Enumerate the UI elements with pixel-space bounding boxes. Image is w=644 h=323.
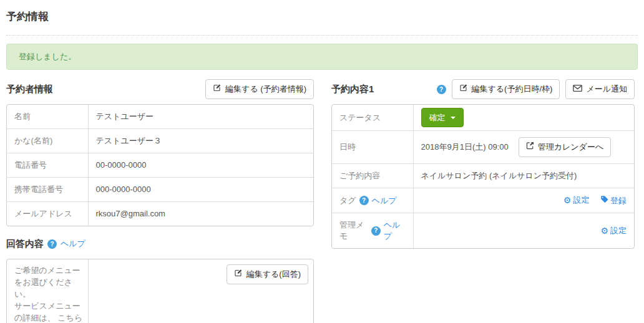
row-value: テストユーザー [88, 105, 313, 129]
chevron-down-icon [451, 117, 456, 119]
memo-settings-link[interactable]: ⚙設定 [600, 225, 627, 236]
edit-booking-button-label: 編集する(予約日時/枠) [472, 84, 553, 95]
status-label: ステータス [332, 105, 413, 131]
reserver-head-actions: 編集する (予約者情報) [205, 79, 314, 99]
table-row: 電話番号 00-0000-0000 [7, 153, 313, 178]
edit-reserver-button-label: 編集する (予約者情報) [225, 84, 306, 95]
success-alert: 登録しました。 [6, 44, 638, 70]
tag-register-link[interactable]: 登録 [600, 195, 627, 206]
answer-heading: 回答内容 ? ヘルプ [6, 238, 85, 250]
envelope-icon [573, 84, 582, 95]
edit-answer-button-label: 編集する(回答) [246, 269, 301, 280]
table-row: ご希望のメニューをお選びください。 サービスメニューの詳細は、 こちらをご確認く… [7, 259, 313, 323]
edit-reserver-button[interactable]: 編集する (予約者情報) [205, 79, 314, 99]
row-label: メールアドレス [7, 202, 88, 226]
table-row: 携帯電話番号 000-0000-0000 [7, 178, 313, 202]
table-row: ご予約内容 ネイルサロン予約 (ネイルサロン予約受付) [332, 164, 634, 188]
tag-label: タグ [339, 195, 356, 206]
memo-label: 管理メモ [339, 219, 368, 242]
memo-label-cell: 管理メモ ? ヘルプ [332, 213, 413, 249]
gear-icon: ⚙ [600, 226, 608, 235]
tag-register-label: 登録 [610, 195, 627, 206]
datetime-value: 2018年9月1日(土) 09:00 [421, 142, 509, 153]
row-label: 携帯電話番号 [7, 178, 88, 202]
content-columns: 予約者情報 編集する (予約者情報) 名前 テストユーザー かな(名前) [6, 78, 638, 323]
answer-heading-label: 回答内容 [6, 238, 44, 250]
row-value: rksou7@gmail.com [88, 202, 313, 226]
table-row: 日時 2018年9月1日(土) 09:00 管理カレンダーへ [332, 131, 634, 164]
reserver-heading: 予約者情報 [6, 84, 53, 95]
status-dropdown-button[interactable]: 確定 [421, 108, 464, 127]
edit-icon [459, 84, 468, 95]
booking-column: 予約内容1 ? 編集する(予約日時/枠) メール通知 ステータ [331, 78, 635, 249]
admin-calendar-button[interactable]: 管理カレンダーへ [519, 137, 612, 157]
title-divider [6, 35, 638, 36]
table-row: かな(名前) テストユーザー３ [7, 129, 313, 153]
booking-table: ステータス 確定 日時 2018年9月1日(土) 09:00 [331, 104, 635, 249]
memo-settings-label: 設定 [610, 225, 627, 236]
datetime-label: 日時 [332, 131, 413, 164]
row-label: かな(名前) [7, 129, 88, 153]
row-value: 00-0000-0000 [88, 153, 313, 178]
reserver-column: 予約者情報 編集する (予約者情報) 名前 テストユーザー かな(名前) [6, 78, 314, 323]
tag-value-cell: ⚙設定 登録 [413, 188, 634, 213]
reserver-panel-head: 予約者情報 編集する (予約者情報) [6, 78, 314, 100]
row-value: テストユーザー３ [88, 129, 313, 153]
tag-icon [600, 195, 608, 206]
memo-help-link[interactable]: ヘルプ [384, 219, 406, 242]
tag-settings-label: 設定 [573, 195, 589, 206]
mail-notify-button[interactable]: メール通知 [565, 79, 635, 99]
table-row: メールアドレス rksou7@gmail.com [7, 202, 313, 226]
tag-settings-link[interactable]: ⚙設定 [564, 195, 590, 206]
row-value: 000-0000-0000 [88, 178, 313, 202]
success-alert-message: 登録しました。 [19, 52, 76, 61]
answer-help-link[interactable]: ヘルプ [61, 238, 85, 249]
status-value-cell: 確定 [413, 105, 634, 131]
row-label: 電話番号 [7, 153, 88, 178]
answer-value-cell: 編集する(回答) [88, 259, 313, 323]
external-link-icon [526, 142, 534, 153]
tag-help-link[interactable]: ヘルプ [372, 195, 397, 206]
mail-notify-button-label: メール通知 [586, 84, 627, 95]
gear-icon: ⚙ [564, 196, 572, 205]
booking-content-value: ネイルサロン予約 (ネイルサロン予約受付) [413, 164, 634, 188]
edit-answer-button[interactable]: 編集する(回答) [227, 264, 308, 284]
answer-question-label: ご希望のメニューをお選びください。 サービスメニューの詳細は、 こちらをご確認く… [7, 259, 88, 323]
question-circle-icon[interactable]: ? [371, 226, 381, 236]
edit-icon [213, 84, 222, 95]
datetime-value-cell: 2018年9月1日(土) 09:00 管理カレンダーへ [413, 131, 634, 164]
row-label: 名前 [7, 105, 88, 129]
edit-booking-button[interactable]: 編集する(予約日時/枠) [452, 79, 560, 99]
tag-label-cell: タグ ? ヘルプ [332, 188, 413, 213]
answer-panel-head: 回答内容 ? ヘルプ [6, 233, 314, 255]
reservation-page: 予約情報 登録しました。 予約者情報 編集する (予約者情報) 名前 [0, 9, 644, 323]
table-row: タグ ? ヘルプ ⚙設定 登録 [332, 188, 634, 213]
booking-head-actions: ? 編集する(予約日時/枠) メール通知 [437, 79, 635, 99]
booking-heading: 予約内容1 [331, 84, 374, 95]
booking-panel-head: 予約内容1 ? 編集する(予約日時/枠) メール通知 [331, 78, 635, 100]
answer-table: ご希望のメニューをお選びください。 サービスメニューの詳細は、 こちらをご確認く… [6, 259, 314, 323]
reserver-table: 名前 テストユーザー かな(名前) テストユーザー３ 電話番号 00-0000-… [6, 104, 314, 226]
table-row: 名前 テストユーザー [7, 105, 313, 129]
admin-calendar-button-label: 管理カレンダーへ [538, 142, 604, 153]
edit-icon [234, 269, 243, 280]
question-circle-icon[interactable]: ? [359, 196, 369, 205]
status-badge: 確定 [429, 112, 446, 123]
table-row: ステータス 確定 [332, 105, 634, 131]
table-row: 管理メモ ? ヘルプ ⚙設定 [332, 213, 634, 249]
question-circle-icon[interactable]: ? [437, 85, 446, 94]
page-title: 予約情報 [6, 9, 638, 24]
question-circle-icon[interactable]: ? [47, 239, 57, 249]
booking-content-label: ご予約内容 [332, 164, 413, 188]
memo-value-cell: ⚙設定 [413, 213, 634, 249]
